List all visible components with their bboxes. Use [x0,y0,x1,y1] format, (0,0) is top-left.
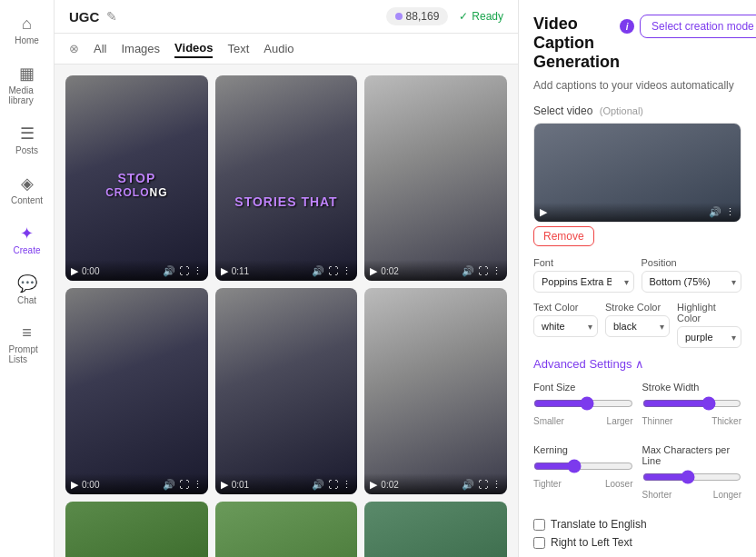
time-display-2: 0:11 [232,266,309,276]
panel-header-row: Video Caption Generation i Select creati… [533,15,741,75]
play-button-5[interactable]: ▶ [221,479,228,491]
more-icon-6[interactable]: ⋮ [492,479,502,491]
rtl-checkbox[interactable] [533,537,545,549]
stroke-color-group: Stroke Color black white none [605,302,670,348]
stroke-color-select-wrap: black white none [605,315,670,337]
font-size-label: Font Size [533,382,633,393]
filter-icon[interactable]: ⊗ [69,42,79,55]
video-thumb-9[interactable] [364,502,507,557]
video-thumb-4[interactable]: ▶ 0:00 🔊 ⛶ ⋮ [65,288,208,493]
sidebar-item-create[interactable]: ✦ Create [4,216,51,263]
font-size-labels: Smaller Larger [533,416,633,426]
status-text: Ready [472,10,503,23]
remove-button[interactable]: Remove [533,226,594,246]
video-thumb-5[interactable]: ▶ 0:01 🔊 ⛶ ⋮ [215,288,358,493]
credit-badge: 88,169 [386,7,449,25]
translate-label[interactable]: Translate to English [551,518,647,531]
sidebar-item-posts[interactable]: ☰ Posts [4,116,51,163]
preview-volume-icon[interactable]: 🔊 [709,206,721,218]
font-select[interactable]: Poppins Extra Bold Arial Roboto [533,271,634,293]
video-thumb-8[interactable] [215,502,358,557]
filter-audio[interactable]: Audio [264,40,293,57]
fullscreen-icon-4[interactable]: ⛶ [179,479,189,491]
video-thumb-3[interactable]: ▶ 0:02 🔊 ⛶ ⋮ [364,75,507,281]
fullscreen-icon-5[interactable]: ⛶ [328,479,338,491]
video-thumb-1[interactable]: STOP CROLONG ▶ 0:00 🔊 ⛶ ⋮ [65,75,208,281]
volume-icon-1[interactable]: 🔊 [163,265,175,277]
stroke-width-slider[interactable] [642,396,742,411]
advanced-settings-label: Advanced Settings [533,357,632,371]
volume-icon-4[interactable]: 🔊 [163,479,175,491]
fullscreen-icon-2[interactable]: ⛶ [328,265,338,277]
play-button-2[interactable]: ▶ [221,265,228,277]
position-group: Position Bottom (75%) Bottom (50%) Cente… [642,257,742,293]
sidebar-item-chat[interactable]: 💬 Chat [4,266,51,313]
video-grid: STOP CROLONG ▶ 0:00 🔊 ⛶ ⋮ STORIES [65,75,507,557]
play-button-6[interactable]: ▶ [370,479,377,491]
edit-icon[interactable]: ✎ [106,9,117,24]
sidebar-item-content[interactable]: ◈ Content [4,166,51,213]
text-color-select[interactable]: white black yellow [533,315,598,337]
video-controls-5: ▶ 0:01 🔊 ⛶ ⋮ [215,473,358,494]
prompt-lists-icon: ≡ [22,323,32,343]
font-position-row: Font Poppins Extra Bold Arial Roboto Pos… [533,257,741,293]
font-label: Font [533,257,634,268]
kerning-slider[interactable] [533,459,633,473]
translate-checkbox[interactable] [533,519,545,531]
advanced-settings-toggle[interactable]: Advanced Settings ∧ [533,357,741,371]
video-thumb-7[interactable] [65,502,208,557]
play-button-3[interactable]: ▶ [370,265,377,277]
filter-all[interactable]: All [94,40,106,57]
preview-play-icon[interactable]: ▶ [540,206,547,218]
kerning-label: Kerning [533,444,633,455]
filter-text[interactable]: Text [227,40,249,57]
more-icon-5[interactable]: ⋮ [342,479,352,491]
highlight-color-select[interactable]: purple none yellow [677,326,741,348]
preview-controls: ▶ 🔊 ⋮ [534,203,741,222]
play-button-1[interactable]: ▶ [71,265,78,277]
control-icons-1: 🔊 ⛶ ⋮ [163,265,203,277]
volume-icon-5[interactable]: 🔊 [312,479,324,491]
fullscreen-icon-3[interactable]: ⛶ [478,265,488,277]
translate-row: Translate to English [533,518,741,531]
stroke-color-select[interactable]: black white none [605,315,670,337]
text-color-label: Text Color [533,302,598,313]
filter-videos[interactable]: Videos [174,39,213,58]
content-icon: ◈ [21,174,34,194]
sidebar-item-home[interactable]: ⌂ Home [4,7,51,53]
kerning-section: Kerning Tighter Looser [533,444,633,500]
position-select[interactable]: Bottom (75%) Bottom (50%) Center [642,271,742,293]
video-thumb-6[interactable]: ▶ 0:02 🔊 ⛶ ⋮ [364,288,507,493]
select-mode-button[interactable]: Select creation mode [640,15,756,38]
video-controls-1: ▶ 0:00 🔊 ⛶ ⋮ [65,260,208,281]
play-button-4[interactable]: ▶ [71,479,78,491]
highlight-color-select-wrap: purple none yellow [677,326,741,348]
video-thumb-2[interactable]: STORIES THAT ▶ 0:11 🔊 ⛶ ⋮ [215,75,358,281]
volume-icon-2[interactable]: 🔊 [312,265,324,277]
sidebar-item-media-library[interactable]: ▦ Media library [4,56,51,113]
volume-icon-6[interactable]: 🔊 [462,479,474,491]
more-icon-4[interactable]: ⋮ [193,479,203,491]
rtl-label[interactable]: Right to Left Text [551,536,632,549]
filter-images[interactable]: Images [121,40,160,57]
video-controls-3: ▶ 0:02 🔊 ⛶ ⋮ [364,260,507,281]
fullscreen-icon-6[interactable]: ⛶ [478,479,488,491]
max-chars-slider[interactable] [642,470,742,484]
more-icon-1[interactable]: ⋮ [193,265,203,277]
select-video-label: Select video (Optional) [533,104,741,117]
fullscreen-icon-1[interactable]: ⛶ [179,265,189,277]
more-icon-2[interactable]: ⋮ [342,265,352,277]
max-chars-label: Max Characters per Line [642,444,742,466]
colors-row: Text Color white black yellow Stroke Col… [533,302,741,348]
control-icons-3: 🔊 ⛶ ⋮ [462,265,502,277]
right-panel: Video Caption Generation i Select creati… [518,0,756,557]
font-size-slider[interactable] [533,396,633,411]
sidebar-item-prompt-lists[interactable]: ≡ Prompt Lists [4,316,51,372]
more-icon-3[interactable]: ⋮ [492,265,502,277]
position-select-wrap: Bottom (75%) Bottom (50%) Center [642,271,742,293]
time-display-3: 0:02 [381,266,458,276]
volume-icon-3[interactable]: 🔊 [462,265,474,277]
video-preview-box: ▶ 🔊 ⋮ [533,123,741,223]
preview-more-icon[interactable]: ⋮ [725,206,735,218]
highlight-color-group: Highlight Color purple none yellow [677,302,741,348]
